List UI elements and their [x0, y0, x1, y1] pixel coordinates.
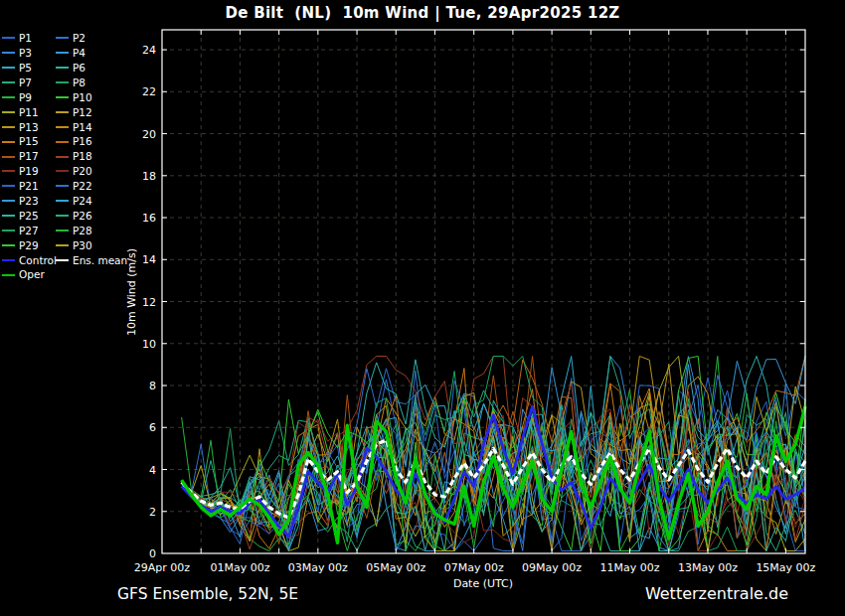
y-tick-label: 6	[149, 421, 156, 434]
y-tick-label: 24	[142, 44, 156, 57]
y-tick-label: 22	[142, 85, 156, 98]
x-tick-label: 01May 00z	[210, 561, 269, 574]
y-tick-label: 8	[149, 380, 156, 392]
ensemble-wind-chart-page: { "title": "De Bilt (NL) 10m Wind | Tue,…	[0, 0, 845, 616]
wind-ensemble-plot: 02468101214161820222429Apr 00z01May 00z0…	[0, 0, 845, 616]
x-tick-label: 15May 00z	[756, 561, 815, 574]
x-tick-label: 07May 00z	[444, 561, 504, 574]
y-tick-label: 0	[149, 547, 156, 560]
x-tick-label: 03May 00z	[288, 561, 348, 574]
model-caption: GFS Ensemble, 52N, 5E	[117, 585, 298, 603]
x-axis-title: Date (UTC)	[427, 577, 539, 590]
y-tick-label: 10	[142, 338, 156, 351]
x-tick-label: 09May 00z	[522, 561, 582, 574]
x-tick-label: 13May 00z	[678, 561, 738, 574]
y-tick-label: 12	[142, 296, 156, 309]
y-tick-label: 18	[142, 170, 156, 183]
y-tick-label: 16	[142, 212, 156, 225]
y-tick-label: 20	[142, 128, 156, 141]
x-tick-label: 29Apr 00z	[134, 561, 191, 574]
x-tick-label: 05May 00z	[366, 561, 425, 574]
x-tick-label: 11May 00z	[600, 561, 660, 574]
y-tick-label: 4	[149, 464, 156, 477]
y-tick-label: 2	[149, 506, 156, 519]
y-tick-label: 14	[142, 253, 156, 266]
watermark: Wetterzentrale.de	[645, 584, 788, 603]
